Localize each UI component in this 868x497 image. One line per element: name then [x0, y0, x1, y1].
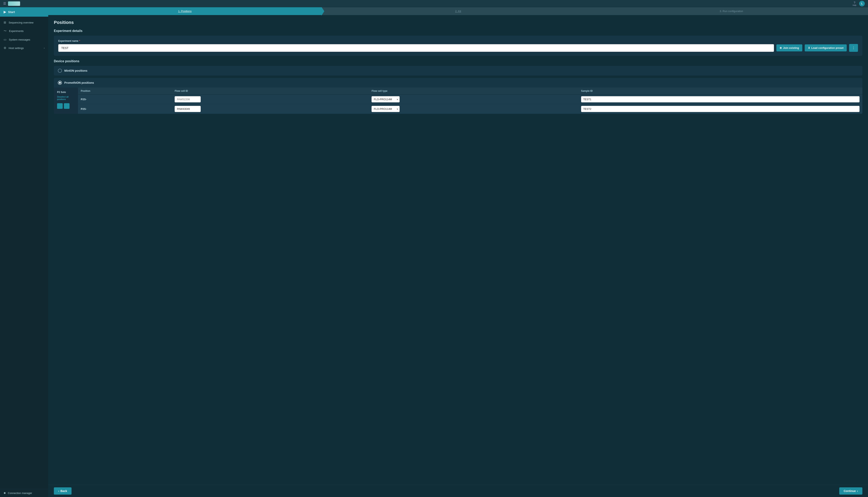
user-avatar[interactable]: L — [859, 1, 865, 6]
plus-circle-icon: ⊕ — [780, 46, 782, 49]
sidebar-start-label: Start — [8, 10, 15, 14]
sample-id-cell-2 — [578, 104, 863, 114]
promethion-device-card: PromethION positions P2 Solo Deselect al… — [54, 78, 863, 114]
position-box-1[interactable] — [57, 103, 63, 109]
position-cell-2: P2S- — [78, 104, 172, 114]
device-name-label: P2 Solo — [57, 91, 75, 94]
gear-icon: ⚙ — [4, 46, 6, 50]
topbar-left: ☰ — [3, 1, 20, 6]
sidebar-item-label: System messages — [9, 38, 30, 41]
position-cell-1: P2S- — [78, 95, 172, 104]
sample-id-input-1[interactable] — [581, 96, 859, 102]
position-box-2[interactable] — [64, 103, 70, 109]
flowcell-type-cell-1: FLO-PRO114M — [369, 95, 578, 104]
promethion-device-header[interactable]: PromethION positions — [54, 78, 863, 87]
flowcell-type-select-wrapper-2: FLO-PRO114M — [372, 106, 400, 112]
promethion-radio[interactable] — [58, 81, 62, 85]
wizard-step-run-config-label: 3. Run configuration — [720, 10, 743, 13]
sidebar-item-label: Sequencing overview — [9, 21, 33, 24]
wizard-step-kit-label: 2. Kit — [455, 10, 461, 13]
wizard-step-run-config[interactable]: 3. Run configuration — [595, 7, 868, 15]
flowcell-type-select-2[interactable]: FLO-PRO114M — [372, 106, 400, 112]
sidebar: ▶ Start ⊞ Sequencing overview 〜 Experime… — [0, 7, 48, 497]
message-icon: ▭ — [4, 38, 6, 41]
promethion-device-name: PromethION positions — [64, 81, 94, 84]
bottom-bar: ‹ Back Continue › — [48, 485, 868, 497]
chart-icon: 〜 — [4, 29, 6, 33]
position-boxes — [57, 103, 75, 109]
help-button[interactable]: ? Help — [853, 1, 856, 6]
table-row: P2S- FLO-PRO114M — [78, 95, 863, 104]
minion-device-card: MinION positions — [54, 66, 863, 75]
grid-icon: ⊞ — [4, 21, 6, 24]
experiment-details-section-title: Experiment details — [54, 29, 863, 33]
sidebar-start-button[interactable]: ▶ Start — [0, 7, 48, 17]
help-label: Help — [853, 4, 856, 6]
page-content: Positions Experiment details Experiment … — [48, 15, 868, 485]
continue-arrow-icon: › — [857, 489, 858, 493]
chevron-right-icon: › — [44, 47, 45, 49]
sidebar-item-label: Experiments — [9, 29, 24, 32]
experiment-details-card: Experiment name * ⊕ Join existing ⬇ Load… — [54, 36, 863, 56]
more-options-button[interactable]: ⋮ — [849, 44, 858, 52]
positions-table-body: P2S- FLO-PRO114M — [78, 95, 863, 114]
experiment-name-row: ⊕ Join existing ⬇ Load configuration pre… — [58, 44, 858, 52]
col-flowcell-id: Flow cell ID — [172, 87, 369, 95]
sidebar-nav: ⊞ Sequencing overview 〜 Experiments ▭ Sy… — [0, 17, 48, 489]
sample-id-input-2[interactable] — [581, 106, 859, 112]
col-sample-id: Sample ID — [578, 87, 863, 95]
main-layout: ▶ Start ⊞ Sequencing overview 〜 Experime… — [0, 7, 868, 497]
continue-button[interactable]: Continue › — [839, 487, 863, 495]
flowcell-id-input-2[interactable] — [174, 106, 201, 112]
sidebar-item-label: Host settings — [9, 46, 24, 49]
sidebar-item-experiments[interactable]: 〜 Experiments — [0, 27, 48, 36]
join-existing-button[interactable]: ⊕ Join existing — [776, 44, 802, 52]
back-arrow-icon: ‹ — [58, 489, 59, 493]
col-position: Position — [78, 87, 172, 95]
experiment-name-label: Experiment name * — [58, 40, 858, 42]
flowcell-id-input-1[interactable] — [174, 96, 201, 102]
topbar-right: ? Help L — [853, 1, 865, 6]
minion-device-name: MinION positions — [64, 69, 87, 72]
flowcell-id-cell-1 — [172, 95, 369, 104]
position-text-2: P2S- — [81, 108, 87, 111]
required-star: * — [79, 40, 80, 42]
connection-icon: ✱ — [4, 492, 6, 495]
wizard-step-kit[interactable]: 2. Kit — [321, 7, 595, 15]
promethion-inner: P2 Solo Deselect all positions — [54, 87, 863, 114]
positions-table-head: Position Flow cell ID Flow cell type Sam… — [78, 87, 863, 95]
flowcell-id-cell-2 — [172, 104, 369, 114]
minion-device-header[interactable]: MinION positions — [54, 66, 863, 75]
positions-sidebar: P2 Solo Deselect all positions — [54, 87, 78, 114]
content-area: 1. Positions 2. Kit 3. Run configuration… — [48, 7, 868, 497]
wizard-step-positions-label: 1. Positions — [178, 10, 192, 13]
topbar: ☰ ? Help L — [0, 0, 868, 7]
flowcell-type-select-1[interactable]: FLO-PRO114M — [372, 96, 400, 102]
logo — [8, 1, 20, 6]
flowcell-type-cell-2: FLO-PRO114M — [369, 104, 578, 114]
back-button[interactable]: ‹ Back — [54, 487, 71, 495]
page-title: Positions — [54, 20, 863, 25]
play-icon: ▶ — [4, 10, 6, 14]
minion-radio[interactable] — [58, 69, 62, 73]
deselect-all-link[interactable]: Deselect all positions — [57, 96, 75, 100]
positions-table-wrap: Position Flow cell ID Flow cell type Sam… — [78, 87, 863, 114]
sidebar-item-host-settings[interactable]: ⚙ Host settings › — [0, 44, 48, 52]
load-preset-button[interactable]: ⬇ Load configuration preset — [805, 44, 847, 52]
table-row: P2S- FLO-PRO114M — [78, 104, 863, 114]
device-positions-section-title: Device positions — [54, 59, 863, 63]
download-icon: ⬇ — [808, 46, 810, 49]
table-header-row: Position Flow cell ID Flow cell type Sam… — [78, 87, 863, 95]
sidebar-item-sequencing-overview[interactable]: ⊞ Sequencing overview — [0, 18, 48, 27]
help-icon: ? — [854, 1, 855, 4]
experiment-name-input[interactable] — [58, 44, 774, 52]
wizard-step-positions[interactable]: 1. Positions — [48, 7, 321, 15]
hamburger-icon[interactable]: ☰ — [3, 2, 6, 5]
positions-table: Position Flow cell ID Flow cell type Sam… — [78, 87, 863, 114]
wizard-steps: 1. Positions 2. Kit 3. Run configuration — [48, 7, 868, 15]
sample-id-cell-1 — [578, 95, 863, 104]
promethion-body: P2 Solo Deselect all positions — [54, 87, 863, 114]
sidebar-connection-manager[interactable]: ✱ Connection manager — [0, 489, 48, 497]
flowcell-type-select-wrapper-1: FLO-PRO114M — [372, 96, 400, 102]
sidebar-item-system-messages[interactable]: ▭ System messages — [0, 36, 48, 44]
